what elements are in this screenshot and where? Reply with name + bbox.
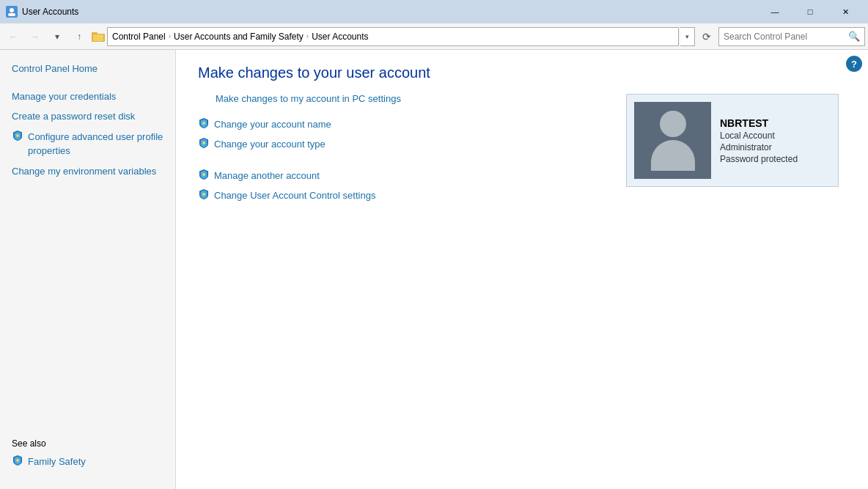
avatar-body [651,140,695,171]
main-layout: Control Panel Home Manage your credentia… [0,50,868,489]
shield-icon-manage-another [198,169,210,183]
sidebar-item-configure-advanced-label: Configure advanced user profile properti… [28,130,163,158]
sidebar-item-family-safety-label: Family Safety [28,455,86,469]
back-button[interactable]: ← [3,26,23,47]
avatar-head [660,111,686,137]
sidebar-bottom: See also Family Safety [0,427,175,481]
manage-another-label: Manage another account [214,170,320,181]
svg-point-7 [16,459,19,462]
family-safety-icon [12,455,23,466]
search-input[interactable] [724,32,848,42]
refresh-button[interactable]: ⟳ [696,26,717,47]
change-name-label: Change your account name [214,119,331,130]
svg-rect-2 [8,13,15,16]
svg-point-10 [202,173,205,176]
window-title: User Accounts [22,7,758,17]
maximize-button[interactable]: □ [793,0,827,23]
path-control-panel[interactable]: Control Panel [112,32,166,42]
app-icon [6,6,18,18]
sidebar-item-family-safety[interactable]: Family Safety [0,452,175,472]
path-folder-icon [91,27,106,46]
sidebar-item-configure-advanced[interactable]: Configure advanced user profile properti… [0,127,175,161]
page-title: Make changes to your user account [198,65,846,81]
user-info: NBRTEST Local Account Administrator Pass… [720,117,798,164]
user-card: NBRTEST Local Account Administrator Pass… [626,94,839,187]
path-user-accounts-family[interactable]: User Accounts and Family Safety [174,32,304,42]
user-detail-local-account: Local Account [720,130,798,141]
user-detail-password: Password protected [720,154,798,164]
address-bar: ← → ▾ ↑ Control Panel › User Accounts an… [0,23,868,50]
window-controls: — □ ✕ [758,0,862,23]
svg-point-8 [202,122,205,125]
title-bar: User Accounts — □ ✕ [0,0,868,23]
change-uac-link[interactable]: Change User Account Control settings [198,188,846,202]
dropdown-button[interactable]: ▾ [47,26,67,47]
svg-point-11 [202,193,205,196]
help-button[interactable]: ? [846,56,862,72]
minimize-button[interactable]: — [758,0,792,23]
user-name: NBRTEST [720,117,798,129]
search-box: 🔍 [718,27,865,46]
sidebar-item-create-password-reset[interactable]: Create a password reset disk [0,106,175,127]
svg-point-1 [10,8,14,12]
sidebar-item-control-panel-home[interactable]: Control Panel Home [0,59,175,79]
shield-icon-change-type [198,137,210,151]
up-button[interactable]: ↑ [69,26,89,47]
user-avatar [634,102,711,179]
content-area: ? Make changes to your user account Make… [176,50,868,489]
svg-rect-5 [93,34,103,41]
address-dropdown[interactable]: ▾ [680,27,695,46]
svg-point-6 [16,134,19,137]
sidebar-top: Control Panel Home Manage your credentia… [0,59,175,181]
path-user-accounts[interactable]: User Accounts [312,32,368,42]
sidebar: Control Panel Home Manage your credentia… [0,50,176,489]
sidebar-item-change-environment[interactable]: Change my environment variables [0,161,175,182]
forward-button[interactable]: → [25,26,45,47]
search-icon[interactable]: 🔍 [848,31,860,42]
avatar-figure [651,111,695,171]
see-also-label: See also [0,435,175,452]
shield-icon [12,130,23,141]
address-path: Control Panel › User Accounts and Family… [107,27,679,46]
change-type-label: Change your account type [214,139,326,150]
sidebar-item-manage-credentials[interactable]: Manage your credentials [0,87,175,107]
user-detail-administrator: Administrator [720,142,798,152]
shield-icon-change-uac [198,188,210,202]
change-uac-label: Change User Account Control settings [214,190,375,201]
close-button[interactable]: ✕ [828,0,862,23]
svg-point-9 [202,141,205,144]
shield-icon-change-name [198,117,210,131]
